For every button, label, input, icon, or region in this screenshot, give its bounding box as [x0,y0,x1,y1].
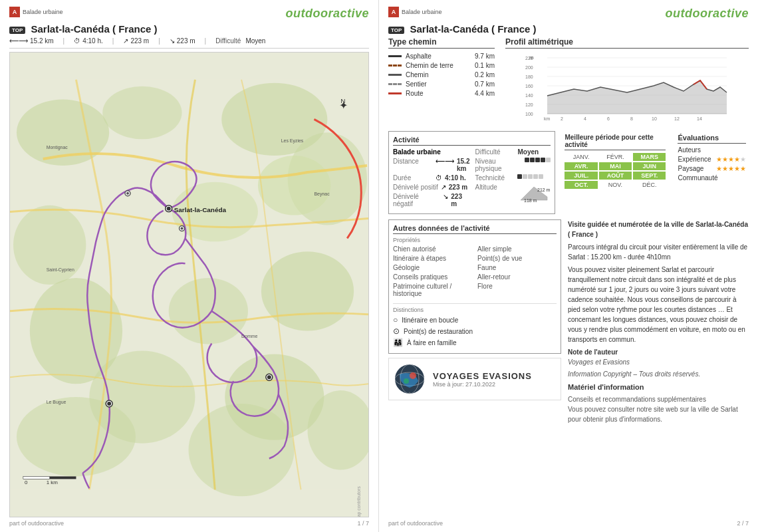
eval-experience: Expérience ★★★★★ [678,156,746,163]
desc-parcours: Parcours intégral du circuit pour visite… [568,242,749,262]
profil-section: Profil altimétrique m 220 200 180 160 14… [505,37,749,126]
voyages-date: Mise à jour: 27.10.2022 [433,381,532,388]
period-item: MAI [599,162,632,170]
svg-text:6: 6 [607,116,610,121]
period-item: DÉC. [633,181,666,189]
page-number-right: 2 / 7 [737,520,749,527]
distinction-label: Point(s) de restauration [404,328,473,335]
chemin-name: Chemin de terre [406,62,471,69]
description-area: Visite guidée et numérotée de la ville d… [568,219,749,517]
act-denivelé-neg: Dénivelé négatif ↘ 223 m [393,193,469,207]
distinction-row: ⊙Point(s) de restauration [393,327,557,336]
left-bottom: Autres données de l'activité Propriétés … [388,219,561,517]
voyages-name: VOYAGES EVASIONS [433,371,532,381]
svg-point-26 [267,375,271,379]
proprietes-label: Propriétés [393,237,557,243]
right-balade-badge: A Balade urbaine [388,7,442,17]
period-item: NOV. [599,181,632,189]
svg-text:100: 100 [525,112,533,116]
chemin-name: Chemin [406,71,471,78]
act-niveau: Niveau physique [475,158,551,172]
distinctions-section: Distinctions ○Itinéraire en boucle⊙Point… [393,303,557,347]
svg-point-12 [189,404,295,496]
prop-row: Aller simple [477,245,557,253]
svg-point-11 [17,397,136,476]
svg-text:Les Eyzies: Les Eyzies [281,138,304,144]
autres-left-col: Chien autoriséItinéraire à étapesGéologi… [393,245,472,299]
act-technique: Technicité [475,174,551,182]
svg-text:0: 0 [25,479,28,485]
evaluations-section: Évaluations Auteurs Expérience ★★★★★ Pay… [675,131,749,214]
period-item: SEPT. [633,172,666,180]
svg-text:220: 220 [525,56,533,61]
left-footer: part of outdooractive 1 / 7 [9,517,369,527]
right-header: A Balade urbaine outdooractive [388,7,749,21]
prop-row: Patrimoine culturel / historique [393,283,472,297]
period-item: MARS [633,153,666,161]
eval-paysage: Paysage ★★★★★ [678,165,746,172]
voyages-section: ✈ VOYAGES EVASIONS Mise à jour: 27.10.20… [388,358,561,400]
left-page: A Balade urbaine outdooractive TOP Sarla… [0,0,379,532]
chemin-name: Route [406,90,471,97]
balade-badge: A Balade urbaine [9,7,63,17]
prop-row: Chien autorisé [393,245,472,253]
page-number-left: 1 / 7 [357,520,369,527]
type-chemin-section: Type chemin Asphalte 9.7 km Chemin de te… [388,37,495,126]
route-title-right: TOP Sarlat-la-Canéda ( France ) [388,23,749,35]
chemin-row: Asphalte 9.7 km [388,53,495,60]
balade-label: Balade urbaine [23,9,63,15]
left-header: A Balade urbaine outdooractive [9,7,369,21]
svg-text:10: 10 [652,116,657,121]
distinction-icon: ⊙ [393,327,400,336]
svg-text:Beynac: Beynac [314,192,330,197]
brand-name-right: outdooractive [665,7,749,21]
chemin-line-icon [388,65,402,66]
svg-text:180: 180 [525,74,533,79]
svg-text:140: 140 [525,93,533,98]
svg-text:212 m: 212 m [537,188,551,192]
voyages-info: VOYAGES EVASIONS Mise à jour: 27.10.2022 [433,371,532,388]
top-section: Type chemin Asphalte 9.7 km Chemin de te… [388,37,749,126]
footer-brand-right: part of outdooractive [388,520,443,527]
description-section: Visite guidée et numérotée de la ville d… [568,219,749,424]
svg-text:4: 4 [584,116,586,121]
map-container: Sarlat-la-Canéda ✦ N 0 1 km © OpenStreet… [9,52,369,517]
svg-text:12: 12 [674,116,680,121]
distinction-label: À faire en famille [407,339,456,346]
distinction-icon: ○ [393,315,398,325]
svg-point-22 [181,227,184,229]
period-item: FÉVR. [599,153,632,161]
copyright: Information Copyright – Tous droits rése… [568,369,749,379]
chemin-line-icon [388,55,402,57]
top-badge-right: TOP [388,27,404,34]
right-page: A Balade urbaine outdooractive TOP Sarla… [379,0,758,532]
svg-point-5 [13,205,86,285]
chemin-dist: 4.4 km [475,90,495,97]
prop-row: Point(s) de vue [477,255,557,262]
map-svg: Sarlat-la-Canéda ✦ N 0 1 km © OpenStreet… [10,53,368,517]
note-value: Voyages et Evasions [568,357,749,367]
svg-text:14: 14 [697,116,702,121]
svg-text:N: N [340,97,345,104]
svg-point-17 [167,207,171,211]
act-distance: Distance ⟵⟶ 15.2 km [393,158,469,172]
distinction-row: ○Itinéraire en boucle [393,315,557,325]
best-period-section: Meilleure période pour cette activité JA… [562,131,668,214]
period-item: JANV. [565,153,597,161]
act-denivelé-pos: Dénivelé positif ↗ 223 m [393,184,469,191]
svg-text:120: 120 [525,102,533,107]
stat-descent: ↘ 223 m [170,37,195,45]
svg-text:Sarlat-la-Canéda: Sarlat-la-Canéda [174,206,227,213]
distinction-icon: 👨‍👩‍👧 [393,338,403,347]
left-brand-area: A Balade urbaine [9,7,63,17]
materiel-desc: Conseils et recommandations supplémentai… [568,394,749,424]
right-footer: part of outdooractive 2 / 7 [388,517,749,527]
svg-text:Le Bugue: Le Bugue [47,400,66,405]
chemin-row: Route 4.4 km [388,90,495,97]
eval-auteurs: Auteurs [678,146,746,154]
svg-point-7 [169,278,248,344]
distinctions-label: Distinctions [393,307,557,313]
svg-text:Saint-Cyprien: Saint-Cyprien [47,267,74,273]
stat-duration: ⏱ 4:10 h. [74,37,103,45]
right-balade-label: Balade urbaine [402,9,442,15]
